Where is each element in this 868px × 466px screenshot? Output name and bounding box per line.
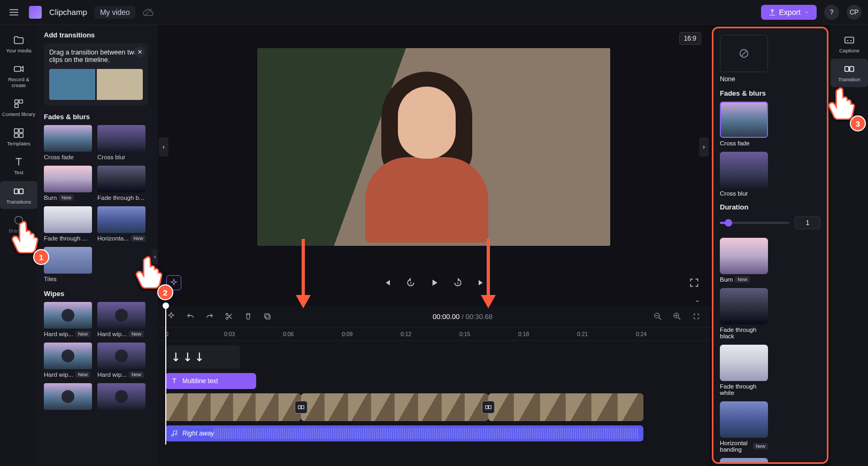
video-clip-2[interactable] bbox=[301, 393, 488, 421]
video-clip-3[interactable] bbox=[488, 393, 643, 421]
forward-5s-button[interactable]: 5 bbox=[451, 276, 465, 290]
rail-your-media[interactable]: Your media bbox=[0, 30, 37, 58]
transition-thumb-tiles[interactable]: Tiles bbox=[44, 247, 92, 282]
thumb-label: Hard wip...New bbox=[44, 371, 92, 378]
ai-enhance-button[interactable] bbox=[166, 275, 181, 290]
preview-content bbox=[371, 72, 483, 243]
thumb-label: Fade through ... bbox=[44, 235, 92, 242]
rp-row1: Cross fadeCross blur bbox=[720, 102, 820, 197]
svg-rect-2 bbox=[15, 100, 18, 103]
rp-thumb-cross-fade[interactable]: Cross fade bbox=[720, 102, 768, 146]
none-label: None bbox=[720, 75, 820, 83]
rewind-5s-button[interactable]: 5 bbox=[404, 276, 418, 290]
preview-next-button[interactable]: › bbox=[699, 137, 709, 157]
duration-input[interactable] bbox=[795, 216, 820, 229]
skip-start-button[interactable] bbox=[380, 276, 394, 290]
rp-thumb-burn[interactable]: BurnNew bbox=[720, 238, 768, 283]
preview-prev-button[interactable]: ‹ bbox=[159, 137, 168, 157]
rp-thumb-fade-through-white[interactable]: Fade through white bbox=[720, 345, 768, 396]
timeline-ruler[interactable]: 00:030:060:090:120:150:180:210:24 bbox=[158, 327, 710, 341]
transition-marker-1[interactable] bbox=[295, 401, 308, 414]
aspect-ratio-button[interactable]: 16:9 bbox=[679, 32, 701, 45]
transition-none[interactable] bbox=[720, 35, 768, 72]
auto-enhance-button[interactable] bbox=[165, 310, 177, 322]
thumb-label: Horizonta...New bbox=[97, 235, 145, 242]
brand-logo bbox=[29, 6, 42, 19]
library-icon bbox=[13, 98, 25, 110]
transition-thumb-hard-wipe-r[interactable]: Hard wip...New bbox=[97, 343, 145, 378]
rail-transition-right[interactable]: Transition bbox=[831, 59, 868, 87]
rp-thumb-label: Cross fade bbox=[720, 140, 768, 146]
tip-animation bbox=[49, 69, 143, 100]
rp-thumb-horizontal-banding[interactable]: Horizontal bandingNew bbox=[720, 401, 768, 453]
rp-thumb-fade-through-black[interactable]: Fade through black bbox=[720, 288, 768, 339]
graphic-clip[interactable]: ↙↙↙ bbox=[165, 345, 240, 369]
tip-close-button[interactable]: ✕ bbox=[134, 46, 145, 57]
svg-rect-22 bbox=[486, 406, 488, 409]
topbar: Clipchamp My video Export ? CP bbox=[0, 0, 868, 25]
rp-thumb-cross-blur[interactable]: Cross blur bbox=[720, 152, 768, 197]
rail-transitions[interactable]: Transitions bbox=[0, 181, 37, 209]
transition-thumb-fade-through-black[interactable]: Fade through b... bbox=[97, 166, 145, 201]
redo-button[interactable] bbox=[204, 310, 216, 322]
rp-row2: BurnNewFade through black bbox=[720, 238, 820, 339]
right-rail: Captions Transition bbox=[831, 25, 868, 466]
camera-icon bbox=[13, 63, 25, 75]
transition-marker-2[interactable] bbox=[482, 401, 495, 414]
transition-thumb-hard-wipe-d[interactable] bbox=[44, 383, 92, 412]
transitions-icon bbox=[13, 185, 25, 197]
fullscreen-button[interactable] bbox=[687, 276, 701, 290]
transition-thumb-hard-wipe-u[interactable] bbox=[97, 383, 145, 412]
play-button[interactable] bbox=[427, 276, 441, 290]
svg-rect-5 bbox=[14, 129, 18, 133]
rail-record-create[interactable]: Record & create bbox=[0, 59, 37, 92]
collapse-timeline-button[interactable]: ⌄ bbox=[695, 296, 700, 306]
preview-frame[interactable] bbox=[257, 48, 610, 246]
transition-thumb-burn[interactable]: BurnNew bbox=[44, 166, 92, 201]
avatar[interactable]: CP bbox=[847, 5, 862, 20]
new-badge: New bbox=[129, 371, 144, 378]
video-clip-1[interactable] bbox=[165, 393, 301, 421]
playhead[interactable] bbox=[165, 306, 166, 445]
svg-rect-3 bbox=[19, 100, 22, 103]
duration-slider[interactable] bbox=[720, 222, 789, 224]
help-button[interactable]: ? bbox=[824, 5, 839, 20]
rail-text[interactable]: Text bbox=[0, 152, 37, 180]
svg-text:5: 5 bbox=[457, 282, 458, 285]
transition-thumb-horizontal-banding[interactable]: Horizonta...New bbox=[97, 206, 145, 242]
export-button[interactable]: Export bbox=[761, 5, 817, 20]
project-name-input[interactable]: My video bbox=[95, 6, 135, 19]
transition-thumb-hard-wipe-l[interactable]: Hard wip...New bbox=[44, 343, 92, 378]
svg-rect-16 bbox=[266, 315, 270, 319]
menu-button[interactable] bbox=[6, 5, 21, 20]
transition-thumb-cross-fade[interactable]: Cross fade bbox=[44, 125, 92, 160]
split-button[interactable] bbox=[223, 310, 235, 322]
svg-rect-7 bbox=[14, 134, 18, 137]
rail-templates[interactable]: Templates bbox=[0, 123, 37, 151]
text-clip[interactable]: Multiline text bbox=[165, 373, 256, 389]
transition-thumb-hard-wipe-ul[interactable]: Hard wip...New bbox=[97, 302, 145, 337]
rp-fades-blurs-head: Fades & blurs bbox=[720, 89, 820, 97]
transition-thumb-hard-wipe-dl[interactable]: Hard wip...New bbox=[44, 302, 92, 337]
zoom-fit-button[interactable] bbox=[690, 310, 702, 322]
panel-title: Add transitions bbox=[44, 31, 158, 39]
collapse-panel-button[interactable]: ‹ bbox=[151, 249, 158, 264]
audio-clip[interactable]: Right away bbox=[165, 425, 643, 441]
fades-blurs-grid: Cross fadeCross blurBurnNewFade through … bbox=[44, 125, 158, 282]
none-icon bbox=[738, 48, 750, 59]
undo-button[interactable] bbox=[185, 310, 196, 322]
rail-brand-kit[interactable]: Brand kit bbox=[0, 210, 37, 238]
rp-thumb-label: BurnNew bbox=[720, 276, 768, 283]
rp-thumb-tiles[interactable]: Tiles bbox=[720, 458, 768, 464]
copy-button[interactable] bbox=[262, 310, 273, 322]
ruler-tick: 0:15 bbox=[459, 331, 470, 337]
skip-end-button[interactable] bbox=[474, 276, 488, 290]
transition-thumb-fade-through-white[interactable]: Fade through ... bbox=[44, 206, 92, 242]
collapse-timeline-row: ⌄ bbox=[158, 296, 710, 306]
rail-content-library[interactable]: Content library bbox=[0, 94, 37, 121]
zoom-in-button[interactable] bbox=[671, 310, 683, 322]
zoom-out-button[interactable] bbox=[652, 310, 664, 322]
rail-captions[interactable]: Captions bbox=[831, 30, 868, 58]
transition-thumb-cross-blur[interactable]: Cross blur bbox=[97, 125, 145, 160]
delete-button[interactable] bbox=[242, 310, 254, 322]
